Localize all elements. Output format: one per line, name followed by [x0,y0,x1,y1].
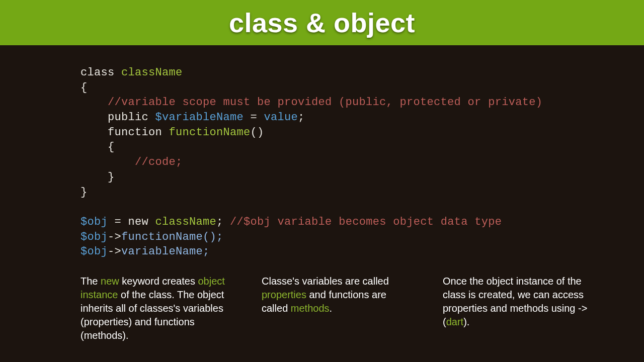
explain-col-1: The new keyword creates object instance … [80,275,226,342]
obj-var3: $obj [80,245,108,258]
kw-function: function [80,126,169,139]
comment-code: //code; [80,156,183,168]
hl-new: new [101,276,119,287]
comment-obj: //$obj variable becomes object data type [230,216,502,228]
arrow1: -> [108,231,121,243]
hl-dart: dart [446,316,463,327]
class-name-ref: className [155,216,217,228]
kw-new: new [128,216,155,228]
explain-col-2: Classe's variables are called properties… [262,275,408,342]
brace-close-inner: } [80,171,115,184]
obj-var2: $obj [80,231,108,243]
eq: = [244,111,264,124]
var-name: $variableName [155,111,244,124]
explain-row: The new keyword creates object instance … [0,259,644,342]
brace-open: { [80,81,88,94]
text: . [330,303,333,314]
comment-scope: //variable scope must be provided (publi… [80,96,542,109]
slide-header: class & object [0,0,644,45]
semi: ; [298,111,305,124]
value: value [264,111,298,124]
text: The [80,276,101,287]
paren: () [251,126,264,139]
text: ). [463,316,469,327]
hl-properties: properties [262,289,306,300]
slide-title: class & object [229,7,415,38]
arrow2: -> [108,245,121,258]
class-name: className [121,66,183,79]
member-func: functionName(); [121,231,223,243]
code-block: class className { //variable scope must … [0,45,644,259]
semi2: ; [216,216,230,228]
explain-col-3: Once the object instance of the class is… [443,275,589,342]
member-var: variableName; [121,245,210,258]
kw-class: class [80,66,121,79]
function-name: functionName [169,126,251,139]
hl-methods: methods [291,303,330,314]
brace-open-inner: { [80,141,115,153]
text: Classe's variables are called [262,276,389,287]
kw-public: public [80,111,155,124]
brace-close: } [80,186,88,199]
eq2: = [108,216,128,228]
text: keyword creates [119,276,198,287]
obj-var: $obj [80,216,108,228]
